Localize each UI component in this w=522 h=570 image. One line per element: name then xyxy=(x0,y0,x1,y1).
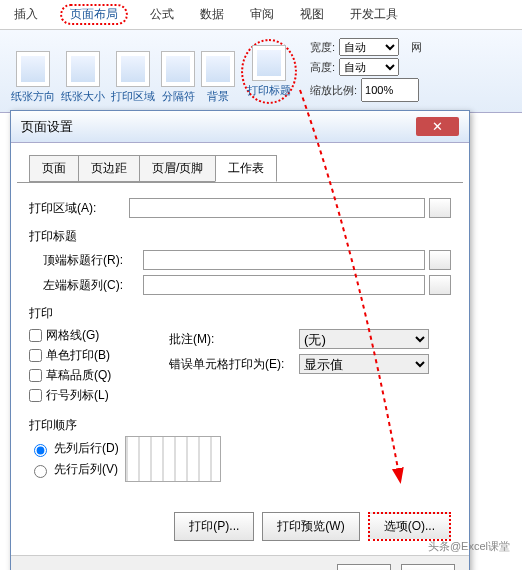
btn-breaks[interactable]: 分隔符 xyxy=(161,51,195,104)
tab-developer[interactable]: 开发工具 xyxy=(346,4,402,25)
dialog-titlebar: 页面设置 ✕ xyxy=(11,111,469,113)
size-icon xyxy=(66,51,100,87)
btn-size[interactable]: 纸张大小 xyxy=(61,51,105,104)
breaks-icon xyxy=(161,51,195,87)
background-icon xyxy=(201,51,235,87)
tab-page-layout[interactable]: 页面布局 xyxy=(60,4,128,25)
tab-review[interactable]: 审阅 xyxy=(246,4,278,25)
btn-background[interactable]: 背景 xyxy=(201,51,235,104)
orientation-icon xyxy=(16,51,50,87)
tab-formulas[interactable]: 公式 xyxy=(146,4,178,25)
btn-orientation[interactable]: 纸张方向 xyxy=(11,51,55,104)
tab-data[interactable]: 数据 xyxy=(196,4,228,25)
height-select[interactable]: 自动 xyxy=(339,58,399,76)
ribbon-tabs: 插入 页面布局 公式 数据 审阅 视图 开发工具 xyxy=(0,0,522,30)
page-setup-dialog: 页面设置 ✕ 页面 页边距 页眉/页脚 工作表 打印区域(A): 打印标题 顶端… xyxy=(10,110,470,113)
btn-print-area[interactable]: 打印区域 xyxy=(111,51,155,104)
print-titles-icon xyxy=(252,45,286,81)
tab-view[interactable]: 视图 xyxy=(296,4,328,25)
scale-input[interactable] xyxy=(361,78,419,102)
scale-label: 缩放比例: xyxy=(310,83,357,98)
print-area-icon xyxy=(116,51,150,87)
width-select[interactable]: 自动 xyxy=(339,38,399,56)
gridlines-label: 网 xyxy=(411,40,422,55)
height-label: 高度: xyxy=(310,60,335,75)
tab-insert[interactable]: 插入 xyxy=(10,4,42,25)
scale-options: 宽度:自动网 高度:自动 缩放比例: xyxy=(310,36,422,104)
toolbar: 纸张方向 纸张大小 打印区域 分隔符 背景 打印标题 宽度:自动网 高度:自动 … xyxy=(0,30,522,113)
btn-print-titles[interactable]: 打印标题 xyxy=(241,39,297,104)
width-label: 宽度: xyxy=(310,40,335,55)
